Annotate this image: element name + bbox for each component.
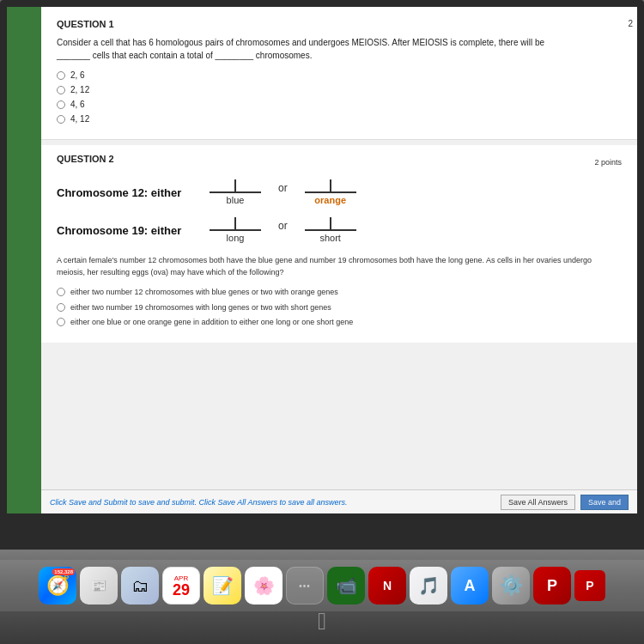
option-2-12[interactable]: 2, 12 <box>57 85 622 94</box>
dock-facetime[interactable]: 📹 <box>327 567 365 605</box>
chromosome-12-option2: orange <box>305 179 356 205</box>
dock-appstore[interactable]: A <box>451 567 489 605</box>
chromosome-12-cross2 <box>305 179 356 193</box>
option-4-6[interactable]: 4, 6 <box>57 100 622 109</box>
answer-3-label: either one blue or one orange gene in ad… <box>70 317 353 328</box>
chromosome-19-option2: short <box>305 217 356 243</box>
question-1-text: Consider a cell that has 6 homologous pa… <box>57 36 622 62</box>
question-1-options: 2, 6 2, 12 4, 6 4, 12 <box>57 70 622 124</box>
option-2-6[interactable]: 2, 6 <box>57 70 622 80</box>
chromosome-12-cross1 <box>210 179 261 193</box>
taskbar: 🧭 152,328 📰 🗂 APR 29 📝 🌸 ••• <box>0 550 644 644</box>
dock-notes[interactable]: 📝 <box>204 567 241 605</box>
apple-logo:  <box>318 608 326 635</box>
question-2-description: A certain female's number 12 chromosomes… <box>57 255 622 278</box>
option-4-12-label: 4, 12 <box>70 114 89 124</box>
question-2-answers: either two number 12 chromosomes with bl… <box>57 287 622 328</box>
radio-answer-1[interactable] <box>57 288 65 296</box>
save-all-button[interactable]: Save All Answers <box>501 495 575 510</box>
chromosome-19-label: Chromosome 19: either <box>57 224 203 237</box>
bottom-bar-buttons: Save All Answers Save and <box>501 495 629 510</box>
chromosome-19-name2: short <box>319 233 340 243</box>
question-2-points: 2 points <box>594 158 622 167</box>
page-badge: 2 <box>628 19 633 28</box>
radio-2-12[interactable] <box>57 86 65 94</box>
radio-2-6[interactable] <box>57 71 65 80</box>
question-2-section: QUESTION 2 2 points Chromosome 12: eithe… <box>41 145 637 343</box>
answer-2[interactable]: either two number 19 chromosomes with lo… <box>57 302 622 313</box>
chromosome-12-option1: blue <box>210 179 261 205</box>
dock: 🧭 152,328 📰 🗂 APR 29 📝 🌸 ••• <box>0 560 644 611</box>
dock-news[interactable]: 📰 <box>80 567 118 605</box>
bottom-bar: Click Save and Submit to save and submit… <box>41 489 637 513</box>
chromosome-19-or: or <box>278 220 288 240</box>
radio-4-12[interactable] <box>57 115 65 124</box>
dock-calendar[interactable]: APR 29 <box>162 567 200 605</box>
dock-powerpoint[interactable]: P <box>533 567 571 605</box>
chromosome-19-option1: long <box>210 217 261 243</box>
question-1-number: QUESTION 1 <box>57 19 622 29</box>
sidebar <box>7 7 41 513</box>
dock-extra[interactable]: P <box>574 570 605 601</box>
option-2-6-label: 2, 6 <box>70 70 85 80</box>
dock-photos[interactable]: 🌸 <box>245 567 283 605</box>
answer-3[interactable]: either one blue or one orange gene in ad… <box>57 317 622 328</box>
news-badge: 152,328 <box>52 568 75 575</box>
chromosome-12-row: Chromosome 12: either blue or <box>57 179 622 205</box>
dock-news2[interactable]: N <box>368 567 406 605</box>
dock-finder[interactable]: 🗂 <box>121 567 159 605</box>
chromosome-19-row: Chromosome 19: either long or <box>57 217 622 243</box>
bottom-bar-text: Click Save and Submit to save and submit… <box>50 498 347 507</box>
chromosome-12-or: or <box>278 182 288 203</box>
content-panel: QUESTION 1 2 Consider a cell that has 6 … <box>41 7 637 513</box>
dock-settings[interactable]: ⚙️ <box>492 567 530 605</box>
question-2-number: QUESTION 2 <box>57 154 114 164</box>
radio-answer-2[interactable] <box>57 303 65 312</box>
option-2-12-label: 2, 12 <box>70 85 89 94</box>
dock-music[interactable]: 🎵 <box>410 567 447 605</box>
chromosome-12-name1: blue <box>227 195 245 205</box>
chromosome-19-name1: long <box>227 233 245 243</box>
dock-safari[interactable]: 🧭 152,328 <box>39 567 76 605</box>
chromosome-diagram: Chromosome 12: either blue or <box>57 179 622 243</box>
monitor: QUESTION 1 2 Consider a cell that has 6 … <box>0 0 644 584</box>
radio-4-6[interactable] <box>57 100 65 109</box>
question-1-text-line2: _______ cells that each contain a total … <box>57 51 312 60</box>
option-4-6-label: 4, 6 <box>70 100 85 109</box>
chromosome-19-cross2 <box>305 217 356 231</box>
chromosome-12-label: Chromosome 12: either <box>57 186 203 199</box>
chromosome-19-cross1 <box>210 217 261 231</box>
screen: QUESTION 1 2 Consider a cell that has 6 … <box>7 7 637 513</box>
chromosome-12-name2: orange <box>314 195 346 205</box>
answer-1[interactable]: either two number 12 chromosomes with bl… <box>57 287 622 298</box>
dock-more[interactable]: ••• <box>286 567 324 605</box>
question-1-text-line1: Consider a cell that has 6 homologous pa… <box>57 38 544 47</box>
answer-2-label: either two number 19 chromosomes with lo… <box>70 302 331 313</box>
question-1-section: QUESTION 1 2 Consider a cell that has 6 … <box>41 7 637 140</box>
save-submit-button[interactable]: Save and <box>580 495 629 510</box>
calendar-date: 29 <box>173 582 190 598</box>
answer-1-label: either two number 12 chromosomes with bl… <box>70 287 338 298</box>
radio-answer-3[interactable] <box>57 318 65 326</box>
option-4-12[interactable]: 4, 12 <box>57 114 622 124</box>
